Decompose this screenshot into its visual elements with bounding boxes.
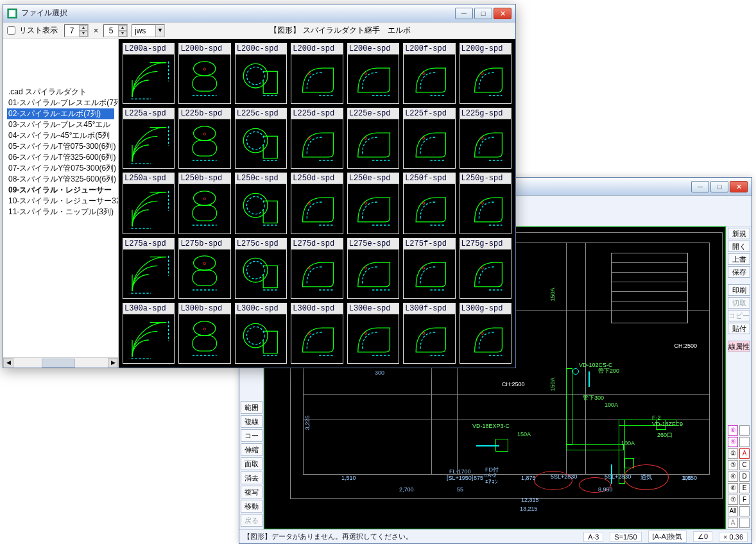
rows-up-icon[interactable]: ▲ [79,25,88,31]
thumbnail-cell[interactable]: L250d-spd [291,173,343,234]
dialog-titlebar[interactable]: ファイル選択 ─ □ ✕ [3,4,515,22]
close-button[interactable]: ✕ [730,181,748,192]
rt-copy[interactable]: コピー [728,310,750,321]
thumbnail-cell[interactable]: L275d-spd [291,238,343,299]
thumbnail-cell[interactable]: L250a-spd [123,173,175,234]
tree-hscrollbar[interactable]: ◀ ▶ [3,357,118,368]
thumbnail-cell[interactable]: L300a-spd [123,303,175,364]
thumbnail-cell[interactable]: L225g-spd [460,108,511,169]
tool-back[interactable]: 戻る [241,514,262,527]
minimize-button[interactable]: ─ [691,181,709,192]
layer-cell[interactable]: ③ [728,460,738,470]
layer-cell[interactable]: A [739,448,750,459]
tool-corner[interactable]: コーナー [241,429,262,442]
thumbnail-cell[interactable]: L300g-spd [460,303,511,364]
chevron-down-icon[interactable]: ▼ [155,25,164,37]
tree-item[interactable]: 06-スパイラルT管325-600(6列) [7,152,114,163]
cols-down-icon[interactable]: ▼ [118,31,127,37]
layer-cell[interactable]: ④ [728,472,738,482]
thumbnail-cell[interactable]: L225b-spd [178,108,230,169]
list-view-checkbox[interactable] [7,26,15,35]
rt-lineattr[interactable]: 線属性 [728,341,750,352]
thumbnail-cell[interactable]: L225e-spd [347,108,399,169]
dialog-maximize-button[interactable]: □ [474,8,492,19]
scroll-right-icon[interactable]: ▶ [108,358,118,368]
dialog-minimize-button[interactable]: ─ [455,8,473,19]
thumbnail-cell[interactable]: L275g-spd [460,238,511,299]
status-layer[interactable]: [A-A]換気 [648,531,687,543]
layer-cell[interactable]: E [739,483,750,493]
layer-cell[interactable] [739,425,750,436]
tree-item[interactable]: 04-スパイラル-45°エルボ(5列 [7,130,114,141]
thumbnail-cell[interactable]: L225c-spd [235,108,287,169]
tree-item[interactable]: .cad スパイラルダクト [7,87,114,98]
layer-cell[interactable]: All [728,506,738,516]
ext-combo[interactable]: ▼ [132,24,165,37]
thumbnail-cell[interactable]: L250e-spd [347,173,399,234]
thumbnail-cell[interactable]: L200f-spd [403,43,455,104]
tree-item[interactable]: 05-スパイラルT管075-300(6列) [7,141,114,152]
tool-fukusen[interactable]: 複線 [241,415,262,428]
tree-item[interactable]: 02-スパイラル-エルボ(7列) [7,108,114,119]
thumbnail-cell[interactable]: L225a-spd [123,108,175,169]
thumbnail-cell[interactable]: L300e-spd [347,303,399,364]
thumbnail-cell[interactable]: L250c-spd [235,173,287,234]
thumbnail-cell[interactable]: L200b-spd [178,43,230,104]
tool-chamfer[interactable]: 面取 [241,457,262,470]
rt-print[interactable]: 印刷 [728,284,750,296]
rt-save1[interactable]: 上書 [728,253,750,265]
tree-item[interactable]: 11-スパイラル・ニップル(3列) [7,207,114,217]
status-sheet[interactable]: A-3 [583,532,603,542]
rows-input[interactable] [65,25,79,37]
rt-save2[interactable]: 保存 [728,266,750,278]
thumbnail-cell[interactable]: L300f-spd [403,303,455,364]
rt-paste[interactable]: 貼付 [728,323,750,334]
layer-cell[interactable] [739,518,750,528]
thumbnail-cell[interactable]: L300d-spd [291,303,343,364]
tool-range[interactable]: 範囲 [241,401,262,414]
tree-item[interactable]: 10-スパイラル・レジューサー325 [7,196,114,207]
layer-cell[interactable] [739,437,750,447]
layer-cell[interactable]: C [739,460,750,470]
tree-item[interactable]: 07-スパイラルY管075-300(6列) [7,163,114,174]
thumbnail-cell[interactable]: L275b-spd [178,238,230,299]
cols-input[interactable] [104,25,118,37]
scroll-left-icon[interactable]: ◀ [3,358,13,368]
thumbnail-cell[interactable]: L250b-spd [178,173,230,234]
cols-spinner[interactable]: ▲▼ [103,24,128,37]
status-angle[interactable]: ∠0 [693,531,712,542]
status-scale[interactable]: S=1/50 [610,532,641,542]
rt-new[interactable]: 新規 [728,228,750,239]
tree-item[interactable]: 03-スパイラル-ブレス45°エル [7,119,114,130]
cols-up-icon[interactable]: ▲ [118,25,127,31]
status-zoom[interactable]: × 0.36 [719,532,748,542]
thumbnail-cell[interactable]: L200c-spd [235,43,287,104]
tool-copy[interactable]: 複写 [241,486,262,498]
thumbnail-cell[interactable]: L275c-spd [235,238,287,299]
layer-cell[interactable]: D [739,472,750,482]
thumbnail-cell[interactable]: L275a-spd [123,238,175,299]
layer-cell[interactable]: ② [728,448,738,459]
thumbnail-cell[interactable]: L250f-spd [403,173,455,234]
layer-cell[interactable]: ⑧ [728,425,738,436]
folder-tree[interactable]: .cad スパイラルダクト01-スパイラル-ブレスエルボ(7列02-スパイラル-… [3,39,119,368]
scroll-thumb[interactable] [42,359,74,368]
tool-erase[interactable]: 消去 [241,472,262,484]
tree-item[interactable]: 08-スパイラルY管325-600(6列) [7,174,114,185]
thumbnail-cell[interactable]: L300b-spd [178,303,230,364]
thumbnail-cell[interactable]: L200a-spd [123,43,175,104]
thumbnail-cell[interactable]: L300c-spd [235,303,287,364]
rt-open[interactable]: 開く [728,241,750,252]
thumbnail-cell[interactable]: L200d-spd [291,43,343,104]
tool-shrink[interactable]: 伸縮 [241,443,262,456]
layer-cell[interactable] [739,506,750,516]
thumbnail-cell[interactable]: L200g-spd [460,43,511,104]
thumbnail-cell[interactable]: L250g-spd [460,173,511,234]
tree-item[interactable]: 09-スパイラル・レジューサー [7,185,114,196]
thumbnail-cell[interactable]: L225d-spd [291,108,343,169]
tool-move[interactable]: 移動 [241,500,262,513]
thumbnail-cell[interactable]: L275e-spd [347,238,399,299]
layer-cell[interactable]: ⑥ [728,483,738,493]
rows-down-icon[interactable]: ▼ [79,31,88,37]
thumbnail-cell[interactable]: L225f-spd [403,108,455,169]
